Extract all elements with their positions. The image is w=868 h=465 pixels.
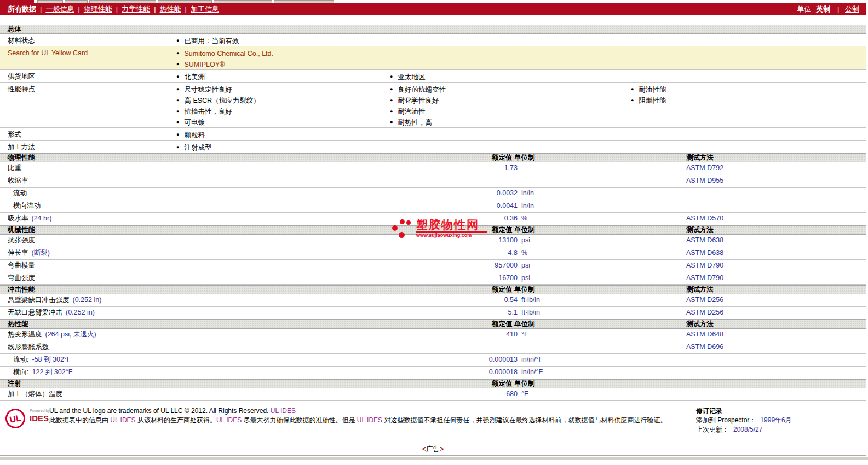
general-row: 性能特点●尺寸稳定性良好●高 ESCR（抗应力裂纹）●抗撞击性，良好●可电镀●良…	[0, 83, 866, 128]
property-row: 比重1.73ASTM D792	[0, 162, 866, 175]
property-row: 线形膨胀系数ASTM D696	[0, 341, 866, 354]
general-rows: 材料状态●已商用：当前有效Search for UL Yellow Card●S…	[0, 34, 866, 153]
column-header-value: 额定值 单位制	[492, 286, 534, 294]
bullet-text[interactable]: SUMIPLOY®	[184, 61, 225, 68]
property-test-method	[686, 200, 866, 212]
property-label-text: 线形膨胀系数	[8, 343, 49, 351]
nav-item-1[interactable]: 一般信息	[45, 5, 74, 13]
units-metric-link[interactable]: 公制	[845, 5, 859, 13]
section-title: 物理性能	[8, 154, 35, 161]
column-header-value: 额定值 单位制	[492, 380, 534, 388]
footer: UL Powered by IDES UL and the UL logo ar…	[0, 406, 866, 439]
bullet-item: ●良好的抗蠕变性	[390, 84, 446, 95]
tab-stub-2	[65, 0, 88, 3]
units-switcher: 单位 英制 | 公制	[797, 4, 859, 14]
nav-separator: |	[78, 5, 79, 13]
property-unit: psi	[518, 235, 686, 247]
property-label-note: (0.252 in)	[66, 309, 95, 316]
property-row: 横向:122 到 302°F0.000018in/in/°F	[0, 367, 866, 379]
property-label: 横向:122 到 302°F	[0, 367, 441, 379]
watermark: 塑胶物性网 www.sujiaowuxing.com	[391, 218, 487, 239]
section-header-冲击性能: 冲击性能额定值 单位制测试方法	[0, 285, 866, 294]
property-unit	[518, 341, 686, 353]
bullet-text: 高 ESCR（抗应力裂纹）	[184, 97, 260, 104]
property-row: 热变形温度(264 psi, 未退火)410°FASTM D648	[0, 329, 866, 341]
nav-item-4[interactable]: 热性能	[160, 5, 181, 13]
general-col-1: ●良好的抗蠕变性●耐化学性良好●耐汽油性●耐热性，高	[390, 84, 446, 127]
column-header-test: 测试方法	[686, 154, 714, 162]
property-label-note: -58 到 302°F	[32, 356, 71, 363]
property-value: 410	[441, 329, 518, 341]
column-header-value: 额定值 单位制	[492, 154, 534, 162]
section-title: 注射	[8, 380, 21, 387]
property-unit: in/in	[518, 188, 686, 200]
bullet-icon: ●	[390, 84, 393, 95]
bullet-icon: ●	[176, 106, 179, 117]
general-row-label[interactable]: Search for UL Yellow Card	[8, 48, 88, 59]
property-test-method: ASTM D955	[686, 175, 866, 187]
units-english-current: 英制	[816, 5, 830, 13]
property-value: 680	[441, 388, 518, 400]
bullet-text: 已商用：当前有效	[184, 37, 239, 45]
property-value: 957000	[441, 260, 518, 272]
property-test-method: ASTM D790	[686, 260, 866, 272]
ul-ides-link[interactable]: UL IDES	[110, 416, 135, 424]
column-header-value: 额定值 单位制	[492, 226, 534, 234]
bullet-icon: ●	[390, 95, 393, 106]
property-label: 收缩率	[0, 175, 441, 187]
revision-added-label: 添加到 Prospector：	[696, 416, 756, 424]
bullet-text: 颗粒料	[184, 131, 205, 139]
section-header-物理性能: 物理性能额定值 单位制测试方法	[0, 153, 866, 162]
property-value: 0.000013	[441, 354, 518, 366]
section-title: 热性能	[8, 320, 28, 328]
property-label: 抗张强度	[0, 235, 441, 247]
tab-stub-6	[274, 0, 334, 3]
bullet-text: 北美洲	[184, 73, 205, 81]
bullet-icon: ●	[176, 117, 179, 127]
ul-ides-link[interactable]: UL IDES	[216, 416, 242, 424]
bullet-icon: ●	[390, 117, 393, 127]
ad-label: 广告	[426, 445, 440, 453]
property-label-note: (断裂)	[32, 249, 50, 257]
revision-record: 修订记录 添加到 Prospector：1999年6月 上次更新：2008/5/…	[696, 406, 860, 439]
property-value	[441, 175, 518, 187]
disclaimer-segment: 此数据表中的信息由	[49, 416, 110, 424]
nav-item-2[interactable]: 物理性能	[84, 5, 112, 13]
property-label-note: 122 到 302°F	[32, 368, 72, 376]
property-label-text: 悬壁梁缺口冲击强度	[8, 296, 70, 304]
general-row: 加工方法●注射成型	[0, 141, 866, 153]
property-value: 0.54	[441, 294, 518, 306]
section-title: 冲击性能	[8, 286, 35, 293]
property-label: 伸长率(断裂)	[0, 247, 441, 259]
general-col-2: ●耐油性能●阻燃性能	[631, 84, 666, 106]
property-label-text: 无缺口悬臂梁冲击	[8, 309, 62, 316]
powered-by-label: Powered by	[30, 409, 50, 412]
property-value: 16700	[441, 272, 518, 284]
nav-separator: |	[40, 5, 42, 13]
property-test-method: ASTM D638	[686, 247, 866, 259]
top-navbar: 所有数据|一般信息|物理性能|力学性能|热性能|加工信息 单位 英制 | 公制	[0, 3, 866, 15]
nav-item-3[interactable]: 力学性能	[122, 5, 150, 13]
bullet-item: ●北美洲	[176, 71, 205, 82]
units-separator: |	[837, 5, 839, 13]
disclaimer-segment: 对这些数据值不承担任何责任，并强烈建议在最终选择材料前，就数据值与材料供应商进行…	[382, 416, 666, 424]
property-unit: psi	[518, 260, 686, 272]
ul-logo-icon: UL	[4, 407, 27, 431]
property-unit: ft·lb/in	[518, 294, 686, 306]
ul-ides-link[interactable]: UL IDES	[357, 416, 382, 424]
ul-ides-link[interactable]: UL IDES	[271, 407, 296, 415]
section-header-general: 总体	[0, 25, 866, 34]
property-label: 吸水率(24 hr)	[0, 213, 441, 225]
datasheet-page: 所有数据|一般信息|物理性能|力学性能|热性能|加工信息 单位 英制 | 公制 …	[0, 0, 868, 465]
property-test-method: ASTM D648	[686, 329, 866, 341]
nav-item-5[interactable]: 加工信息	[191, 5, 219, 13]
property-label: 无缺口悬臂梁冲击(0.252 in)	[0, 307, 441, 319]
property-row: 横向流动0.0041in/in	[0, 200, 866, 213]
bullet-item: ●高 ESCR（抗应力裂纹）	[176, 95, 260, 106]
property-test-method: ASTM D696	[686, 341, 866, 353]
bullet-text: 耐油性能	[639, 86, 666, 94]
general-row-label: 供货地区	[8, 72, 35, 82]
bullet-text[interactable]: Sumitomo Chemical Co., Ltd.	[184, 50, 273, 57]
property-unit: in/in/°F	[518, 354, 686, 366]
bullet-text: 阻燃性能	[639, 97, 666, 104]
